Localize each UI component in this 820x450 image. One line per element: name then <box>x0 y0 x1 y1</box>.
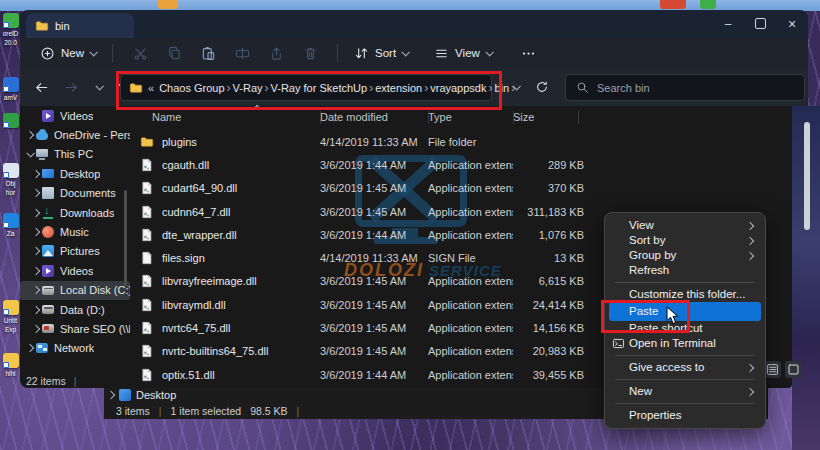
sort-button[interactable]: Sort <box>348 43 414 64</box>
network-icon <box>36 343 48 353</box>
file-type: Application extens... <box>428 206 513 218</box>
menu-item-paste[interactable]: Paste <box>609 302 761 321</box>
menu-item-refresh[interactable]: Refresh <box>609 263 761 278</box>
sidebar-item-videos[interactable]: Videos <box>20 261 130 280</box>
address-dropdown-button[interactable] <box>504 75 528 99</box>
explorer-tab-bin[interactable]: bin <box>26 13 134 38</box>
chevron-right-icon[interactable] <box>31 247 39 255</box>
file-row[interactable]: plugins4/14/2019 11:33 AMFile folder <box>130 130 592 153</box>
chevron-right-icon[interactable] <box>31 286 39 294</box>
new-button[interactable]: New <box>34 43 102 64</box>
sidebar-item-downloads[interactable]: Downloads <box>20 203 130 222</box>
share-button[interactable] <box>261 42 291 64</box>
file-row[interactable]: cgauth.dll3/6/2019 1:44 AMApplication ex… <box>130 153 592 176</box>
background-sidebar-item-desktop[interactable]: Desktop <box>108 389 176 401</box>
file-row[interactable]: cudnn64_7.dll3/6/2019 1:45 AMApplication… <box>130 200 592 223</box>
sidebar-item-documents[interactable]: Documents <box>20 184 130 203</box>
cut-icon <box>133 46 148 61</box>
menu-item-give-access-to[interactable]: Give access to <box>609 360 761 375</box>
maximize-button[interactable] <box>744 10 776 37</box>
sidebar-scrollbar[interactable] <box>124 190 127 286</box>
desktop-icon-folder-untitled[interactable]: UntitExp <box>2 300 19 333</box>
sidebar-item-this-pc[interactable]: This PC <box>20 145 130 164</box>
desktop-icon-folder-hihi[interactable]: hihi <box>2 353 19 377</box>
breadcrumb-segment[interactable]: vrayappsdk <box>430 82 486 94</box>
menu-item-new[interactable]: New <box>609 384 761 399</box>
rename-button[interactable] <box>227 42 257 64</box>
sidebar-item-onedrive-person[interactable]: OneDrive - Person <box>20 125 130 144</box>
file-row[interactable]: nvrtc-builtins64_75.dll3/6/2019 1:45 AMA… <box>130 340 592 363</box>
column-header-type[interactable]: Type <box>428 111 513 123</box>
breadcrumb-segment[interactable]: V-Ray for SketchUp <box>271 82 368 94</box>
minimize-button[interactable]: – <box>712 10 744 37</box>
chevron-right-icon[interactable] <box>31 228 39 236</box>
menu-item-open-in-terminal[interactable]: Open in Terminal <box>609 336 761 351</box>
desktop-icon-object[interactable]: Objhor <box>2 163 19 196</box>
file-row[interactable]: dte_wrapper.dll3/6/2019 1:44 AMApplicati… <box>130 223 592 246</box>
menu-item-group-by[interactable]: Group by <box>609 248 761 263</box>
chevron-right-icon[interactable] <box>31 170 39 178</box>
file-date: 3/6/2019 1:45 AM <box>320 299 428 311</box>
copy-button[interactable] <box>159 42 189 64</box>
cut-button[interactable] <box>125 42 155 64</box>
file-name: cudnn64_7.dll <box>162 206 231 218</box>
sidebar-item-data-d[interactable]: Data (D:) <box>20 300 130 319</box>
search-input[interactable]: Search bin <box>565 74 805 101</box>
chevron-right-icon[interactable] <box>31 267 39 275</box>
chevron-right-icon[interactable] <box>31 325 39 333</box>
back-button[interactable] <box>28 75 54 99</box>
column-header-date-modified[interactable]: Date modified <box>320 111 428 123</box>
desktop-icon-label: Exp <box>2 326 19 333</box>
column-header-size[interactable]: Size <box>513 111 592 123</box>
chevron-down-icon[interactable] <box>26 150 34 158</box>
chevron-right-icon[interactable] <box>107 391 115 399</box>
details-view-icon[interactable] <box>764 361 781 378</box>
breadcrumb-overflow-indicator[interactable]: « <box>148 82 154 94</box>
chevron-right-icon[interactable] <box>31 305 39 313</box>
refresh-icon <box>535 80 549 94</box>
chevron-right-icon[interactable] <box>25 344 33 352</box>
address-breadcrumb-bar[interactable]: « Chaos Group›V-Ray›V-Ray for SketchUp›e… <box>120 74 492 101</box>
chevron-right-icon[interactable] <box>31 208 39 216</box>
breadcrumb-segment[interactable]: Chaos Group <box>159 82 224 94</box>
chevron-right-icon[interactable] <box>25 131 33 139</box>
file-row[interactable]: libvrayfreeimage.dll3/6/2019 1:45 AMAppl… <box>130 270 592 293</box>
file-row[interactable]: libvraymdl.dll3/6/2019 1:45 AMApplicatio… <box>130 293 592 316</box>
sidebar-item-music[interactable]: Music <box>20 222 130 241</box>
sidebar-item-local-disk-c[interactable]: Local Disk (C:) <box>20 281 130 300</box>
desktop-icon-teamviewer[interactable]: amV <box>2 77 19 101</box>
refresh-button[interactable] <box>530 75 554 99</box>
breadcrumb-segment[interactable]: V-Ray <box>233 82 263 94</box>
file-row[interactable]: optix.51.dll3/6/2019 1:44 AMApplication … <box>130 363 592 386</box>
menu-item-paste-shortcut[interactable]: Paste shortcut <box>609 321 761 336</box>
breadcrumb-segment[interactable]: extension <box>375 82 422 94</box>
forward-arrow-icon <box>64 80 79 95</box>
view-button[interactable]: View <box>428 43 498 64</box>
file-type: Application extens... <box>428 369 513 381</box>
menu-item-sort-by[interactable]: Sort by <box>609 233 761 248</box>
sidebar-item-share-seo-kha[interactable]: Share SEO (\\kha <box>20 319 130 338</box>
desktop-icon-zalo[interactable]: Za <box>2 213 19 237</box>
paste-button[interactable] <box>193 42 223 64</box>
sidebar-item-network[interactable]: Network <box>20 339 130 358</box>
menu-item-properties[interactable]: Properties <box>609 408 761 423</box>
menu-item-view[interactable]: View <box>609 218 761 233</box>
sidebar-item-videos[interactable]: Videos <box>20 106 130 125</box>
desktop-icon-green-app[interactable] <box>2 113 19 128</box>
file-row[interactable]: nvrtc64_75.dll3/6/2019 1:45 AMApplicatio… <box>130 316 592 339</box>
chevron-right-icon[interactable] <box>31 189 39 197</box>
app-folder-untitled-icon <box>3 300 19 315</box>
close-button[interactable]: × <box>776 10 808 37</box>
forward-button[interactable] <box>58 75 84 99</box>
desktop-icon-corel[interactable]: orelD20.0 <box>2 13 19 46</box>
column-header-name[interactable]: Name <box>130 111 320 123</box>
sidebar-item-desktop[interactable]: Desktop <box>20 164 130 183</box>
sidebar-item-pictures[interactable]: Pictures <box>20 242 130 261</box>
title-bar[interactable]: bin – × <box>20 10 808 38</box>
large-icons-view-icon[interactable] <box>785 361 802 378</box>
menu-item-customize-this-folder[interactable]: Customize this folder... <box>609 287 761 302</box>
delete-button[interactable] <box>295 42 325 64</box>
more-options-button[interactable] <box>514 42 544 64</box>
file-row[interactable]: files.sign4/14/2019 11:33 AMSIGN File13 … <box>130 246 592 269</box>
file-row[interactable]: cudart64_90.dll3/6/2019 1:45 AMApplicati… <box>130 177 592 200</box>
